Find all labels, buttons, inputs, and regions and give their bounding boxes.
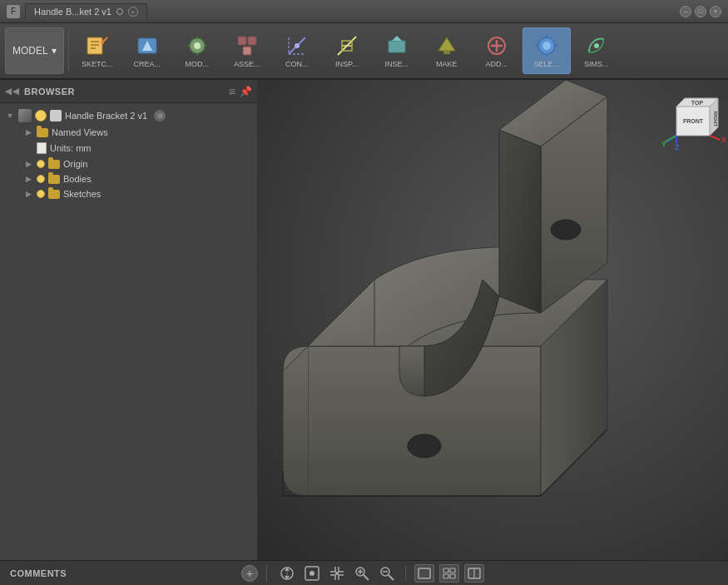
root-expand-icon[interactable]: ▼ (5, 111, 15, 121)
settings-icon[interactable]: ⚙ (154, 110, 166, 121)
create-icon (136, 34, 159, 57)
origin-expand-icon[interactable]: ▶ (23, 159, 33, 169)
modify-icon (186, 34, 209, 57)
browser-pin-icon[interactable]: 📌 (240, 86, 253, 97)
assemble-toolbar-item[interactable]: ASSE... (223, 27, 271, 74)
model-button[interactable]: MODEL ▾ (5, 27, 64, 74)
root-label: Handle Bracket 2 v1 (65, 111, 147, 121)
single-view-button[interactable] (414, 564, 434, 583)
grid-view-button[interactable] (439, 564, 459, 583)
svg-text:Y: Y (661, 140, 666, 148)
modify-label: MOD... (185, 60, 209, 68)
folder-icon-small (50, 110, 62, 121)
select-label: SELE... (533, 60, 559, 68)
bottom-right-section (270, 563, 723, 583)
split-view-button[interactable] (464, 564, 484, 583)
svg-rect-78 (443, 574, 448, 578)
comments-add-button[interactable]: + (241, 565, 258, 582)
inspect-label: INSP... (335, 60, 358, 68)
zoom-fit-button[interactable] (377, 563, 397, 583)
svg-point-43 (408, 434, 441, 458)
create-toolbar-item[interactable]: CREA... (123, 27, 171, 74)
browser-collapse-icon[interactable]: ◀◀ (5, 87, 19, 96)
svg-rect-16 (243, 47, 251, 55)
tree-item-bodies[interactable]: ▶ Bodies (0, 171, 257, 186)
svg-line-73 (389, 575, 394, 580)
sketches-expand-icon[interactable]: ▶ (23, 189, 33, 199)
named-views-expand-icon[interactable]: ▶ (23, 127, 33, 137)
svg-point-42 (551, 220, 581, 240)
sketches-folder-icon (48, 190, 60, 199)
svg-text:TOP: TOP (691, 100, 704, 106)
origin-bulb-icon (37, 160, 45, 168)
svg-text:X: X (721, 136, 726, 144)
document-tab[interactable]: Handle B...ket 2 v1 × (25, 3, 147, 19)
browser-title: BROWSER (24, 87, 229, 97)
tree-item-units[interactable]: Units: mm (0, 140, 257, 156)
viewport[interactable]: TOP FRONT RIGHT Z X Y (258, 80, 728, 560)
minimize-button[interactable]: – (680, 6, 691, 17)
view-cube[interactable]: TOP FRONT RIGHT Z X Y (660, 90, 718, 148)
svg-rect-15 (248, 37, 256, 45)
component-icon (18, 109, 32, 122)
pan-button[interactable] (327, 563, 347, 583)
sim-label: SIMS... (584, 60, 609, 68)
construct-toolbar-item[interactable]: CON... (273, 27, 321, 74)
svg-rect-79 (450, 574, 455, 578)
bulb-icon (35, 110, 47, 121)
insert-icon (385, 34, 409, 57)
toolbar-separator (68, 30, 69, 72)
add-label: ADD... (485, 60, 508, 68)
look-at-button[interactable] (302, 563, 322, 583)
svg-point-67 (335, 572, 339, 575)
orbit-button[interactable] (277, 563, 297, 583)
modify-toolbar-item[interactable]: MOD... (173, 27, 221, 74)
svg-marker-24 (392, 36, 402, 41)
main-area: ◀◀ BROWSER ≡ 📌 ▼ Handle Bracket 2 v1 ⚙ ▶… (0, 80, 728, 560)
sim-icon (585, 34, 608, 57)
construct-icon (285, 34, 309, 57)
zoom-button[interactable] (352, 563, 372, 583)
assemble-label: ASSE... (234, 60, 260, 68)
make-toolbar-item[interactable]: MAKE (423, 27, 471, 74)
maximize-button[interactable]: □ (695, 6, 706, 17)
insert-toolbar-item[interactable]: INSE... (373, 27, 421, 74)
sketch-toolbar-item[interactable]: SKETC... (73, 27, 121, 74)
add-toolbar-item[interactable]: ADD... (473, 27, 521, 74)
make-icon (435, 34, 458, 57)
sim-toolbar-item[interactable]: SIMS... (572, 27, 621, 74)
bottom-bar: COMMENTS + (0, 560, 728, 585)
sketches-label: Sketches (63, 189, 101, 199)
browser-panel: ◀◀ BROWSER ≡ 📌 ▼ Handle Bracket 2 v1 ⚙ ▶… (0, 80, 258, 560)
named-views-folder-icon (37, 128, 48, 137)
origin-folder-icon (48, 160, 60, 169)
window-controls: – □ × (680, 6, 721, 17)
toolbar: MODEL ▾ SKETC... CREA... (0, 23, 728, 80)
tree-item-sketches[interactable]: ▶ Sketches (0, 186, 257, 201)
sketch-icon (86, 34, 109, 57)
units-doc-icon (37, 142, 47, 154)
inspect-toolbar-item[interactable]: INSP... (323, 27, 371, 74)
svg-rect-77 (450, 568, 455, 573)
bodies-expand-icon[interactable]: ▶ (23, 174, 33, 184)
close-button[interactable]: × (710, 6, 721, 17)
svg-text:FRONT: FRONT (683, 118, 704, 124)
bodies-folder-icon (48, 175, 60, 184)
svg-text:RIGHT: RIGHT (713, 112, 718, 127)
model-label: MODEL (12, 45, 48, 57)
browser-menu-icon[interactable]: ≡ (229, 85, 236, 98)
browser-header: ◀◀ BROWSER ≡ 📌 (0, 80, 257, 103)
svg-point-9 (194, 42, 201, 49)
tree-root-item[interactable]: ▼ Handle Bracket 2 v1 ⚙ (0, 107, 257, 125)
view-cube-svg: TOP FRONT RIGHT Z X Y (660, 90, 726, 156)
svg-point-35 (594, 43, 599, 48)
comments-label: COMMENTS (10, 568, 238, 578)
model-display (258, 80, 728, 560)
svg-rect-23 (389, 41, 405, 52)
tree-item-named-views[interactable]: ▶ Named Views (0, 125, 257, 140)
make-label: MAKE (436, 60, 458, 68)
close-tab-button[interactable]: × (128, 7, 138, 17)
select-toolbar-item[interactable]: SELE... (522, 27, 571, 74)
tree-item-origin[interactable]: ▶ Origin (0, 156, 257, 171)
bottom-separator (266, 565, 267, 582)
